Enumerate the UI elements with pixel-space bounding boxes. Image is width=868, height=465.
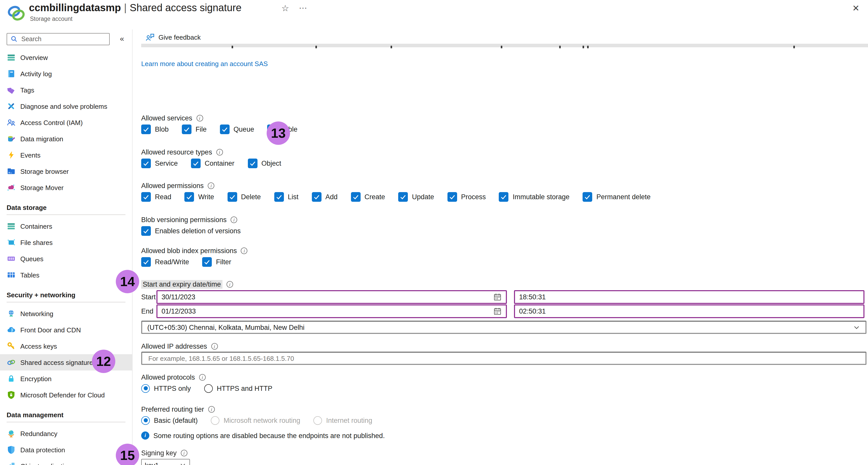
azure-portal-sas-blade: ccmbillingdatasmp|Shared access signatur…: [0, 0, 868, 465]
sidebar-item-redundancy[interactable]: Redundancy: [0, 425, 132, 442]
checkbox-object[interactable]: Object: [248, 158, 281, 168]
info-icon[interactable]: i: [196, 115, 203, 121]
checkbox-box[interactable]: [182, 124, 191, 134]
sidebar-item-diagnose-and-solve-problems[interactable]: Diagnose and solve problems: [0, 98, 132, 114]
checkbox-permanent-delete[interactable]: Permanent delete: [583, 192, 651, 202]
checkbox-box[interactable]: [499, 192, 509, 202]
sidebar-item-data-protection[interactable]: Data protection: [0, 442, 132, 458]
sidebar-item-overview[interactable]: Overview: [0, 49, 132, 65]
learn-more-link[interactable]: Learn more about creating an account SAS: [141, 60, 268, 67]
radio-circle[interactable]: [204, 384, 213, 393]
timezone-select[interactable]: (UTC+05:30) Chennai, Kolkata, Mumbai, Ne…: [141, 321, 866, 334]
sidebar-item-networking[interactable]: Networking: [0, 306, 132, 322]
sidebar-item-object-replication[interactable]: Object replication: [0, 458, 132, 465]
radio-https-and-http[interactable]: HTTPS and HTTP: [204, 384, 273, 393]
info-icon[interactable]: i: [216, 149, 223, 155]
sidebar-item-containers[interactable]: Containers: [0, 218, 132, 234]
start-time-input[interactable]: 18:50:31: [514, 290, 864, 304]
checkbox-write[interactable]: Write: [185, 192, 214, 202]
give-feedback-button[interactable]: Give feedback: [145, 32, 200, 42]
close-icon[interactable]: ✕: [852, 3, 860, 14]
more-ellipsis-icon[interactable]: …: [299, 1, 308, 11]
sidebar-item-front-door-and-cdn[interactable]: Front Door and CDN: [0, 322, 132, 338]
checkbox-enables-deletion-of-versions[interactable]: Enables deletion of versions: [141, 226, 241, 236]
checkbox-file[interactable]: File: [182, 124, 207, 134]
checkbox-label: List: [288, 193, 299, 201]
checkbox-box[interactable]: [141, 257, 151, 266]
checkbox-queue[interactable]: Queue: [220, 124, 254, 134]
checkbox-box[interactable]: [141, 192, 151, 202]
info-icon[interactable]: i: [226, 281, 233, 287]
checkbox-box[interactable]: [227, 192, 237, 202]
sidebar-item-storage-mover[interactable]: Storage Mover: [0, 179, 132, 196]
sidebar-item-access-keys[interactable]: Access keys: [0, 338, 132, 354]
checkbox-label: Object: [261, 159, 281, 167]
section-label: Allowed protocols: [141, 373, 195, 381]
sidebar-search-box[interactable]: [7, 33, 110, 45]
checkbox-box[interactable]: [141, 158, 151, 168]
checkbox-read-write[interactable]: Read/Write: [141, 257, 189, 266]
checkbox-box[interactable]: [447, 192, 457, 202]
info-icon[interactable]: i: [211, 343, 218, 349]
radio-circle[interactable]: [141, 384, 150, 393]
info-icon[interactable]: i: [230, 216, 237, 223]
sidebar-item-data-migration[interactable]: Data migration: [0, 130, 132, 147]
checkbox-box[interactable]: [185, 192, 194, 202]
info-icon[interactable]: i: [208, 182, 214, 189]
search-input[interactable]: [20, 35, 109, 43]
checkbox-box[interactable]: [398, 192, 408, 202]
sidebar-item-tags[interactable]: Tags: [0, 82, 132, 98]
checkbox-container[interactable]: Container: [191, 158, 235, 168]
allowed-ip-input[interactable]: [147, 354, 860, 362]
checkbox-box[interactable]: [248, 158, 257, 168]
checkbox-read[interactable]: Read: [141, 192, 172, 202]
end-date-input[interactable]: 01/12/2033: [156, 304, 507, 318]
checkbox-delete[interactable]: Delete: [227, 192, 261, 202]
checkbox-box[interactable]: [191, 158, 200, 168]
calendar-icon[interactable]: [493, 293, 502, 301]
checkbox-add[interactable]: Add: [312, 192, 338, 202]
checkbox-box[interactable]: [141, 226, 151, 236]
calendar-icon[interactable]: [493, 307, 502, 316]
tables-icon: [7, 270, 16, 280]
checkbox-filter[interactable]: Filter: [203, 257, 231, 266]
checkbox-box[interactable]: [312, 192, 321, 202]
routing-info-text: Some routing options are disabled becaus…: [153, 432, 385, 439]
collapse-sidebar-icon[interactable]: «: [120, 34, 124, 43]
checkbox-box[interactable]: [274, 192, 284, 202]
checkbox-box[interactable]: [203, 257, 212, 266]
sidebar-item-storage-browser[interactable]: Storage browser: [0, 163, 132, 179]
sidebar-item-microsoft-defender-for-cloud[interactable]: Microsoft Defender for Cloud: [0, 387, 132, 403]
radio-basic-default[interactable]: Basic (default): [141, 416, 198, 425]
info-icon[interactable]: i: [208, 406, 215, 412]
sidebar-item-encryption[interactable]: Encryption: [0, 371, 132, 387]
sidebar-item-tables[interactable]: Tables: [0, 267, 132, 283]
info-icon[interactable]: i: [241, 247, 248, 254]
info-icon[interactable]: i: [181, 449, 187, 456]
sidebar-item-queues[interactable]: Queues: [0, 251, 132, 267]
end-time-input[interactable]: 02:50:31: [514, 304, 864, 318]
start-date-input[interactable]: 30/11/2023: [156, 290, 507, 304]
sidebar-item-events[interactable]: Events: [0, 147, 132, 163]
checkbox-create[interactable]: Create: [351, 192, 385, 202]
sidebar-item-access-control-iam[interactable]: Access Control (IAM): [0, 114, 132, 130]
radio-https-only[interactable]: HTTPS only: [141, 384, 191, 393]
checkbox-service[interactable]: Service: [141, 158, 178, 168]
checkbox-process[interactable]: Process: [447, 192, 486, 202]
radio-circle[interactable]: [141, 416, 150, 425]
checkbox-blob[interactable]: Blob: [141, 124, 168, 134]
signing-key-select[interactable]: key1: [141, 459, 190, 465]
checkbox-box[interactable]: [351, 192, 360, 202]
checkbox-box[interactable]: [141, 124, 151, 134]
sidebar-item-label: Data migration: [20, 135, 63, 143]
checkbox-box[interactable]: [220, 124, 229, 134]
favorite-star-icon[interactable]: ☆: [281, 3, 289, 14]
checkbox-label: File: [195, 125, 207, 133]
checkbox-box[interactable]: [583, 192, 592, 202]
sidebar-item-activity-log[interactable]: Activity log: [0, 65, 132, 82]
info-icon[interactable]: i: [199, 374, 206, 380]
sidebar-item-file-shares[interactable]: File shares: [0, 234, 132, 251]
checkbox-immutable-storage[interactable]: Immutable storage: [499, 192, 569, 202]
checkbox-update[interactable]: Update: [398, 192, 434, 202]
checkbox-list[interactable]: List: [274, 192, 299, 202]
